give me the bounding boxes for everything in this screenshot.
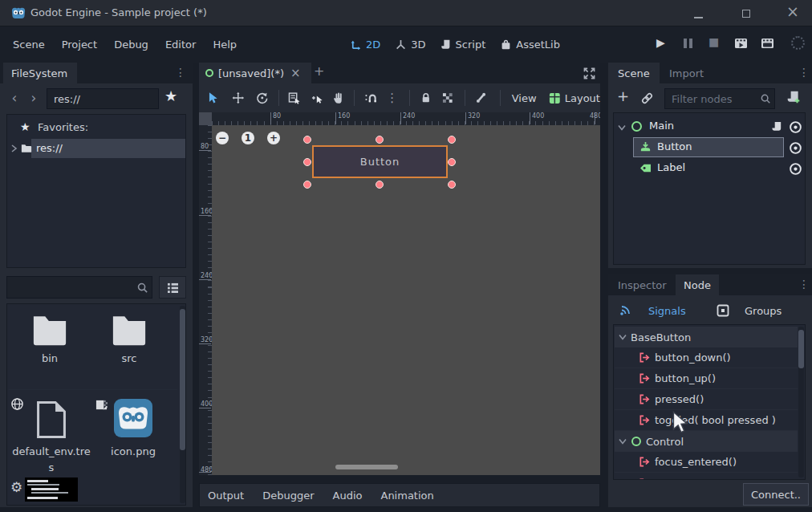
selection-handle[interactable] (448, 158, 456, 166)
play-button[interactable]: ▶ (656, 37, 665, 48)
maximize-button[interactable] (737, 6, 756, 21)
fs-scrollbar[interactable] (180, 306, 185, 503)
signal-row[interactable]: focus_entered() (615, 452, 798, 473)
tree-row-res[interactable]: res:// (7, 139, 185, 158)
file-item-icon-png[interactable]: icon.png (89, 394, 177, 457)
bottom-tab-audio[interactable]: Audio (333, 490, 363, 502)
subtab-groups[interactable]: Groups (745, 305, 782, 317)
signal-section-basebutton[interactable]: BaseButton (615, 327, 798, 347)
signal-section-control[interactable]: Control (615, 431, 798, 452)
visibility-eye-icon[interactable] (789, 162, 802, 176)
signals-scrollbar[interactable] (798, 327, 804, 477)
filesystem-menu-icon[interactable]: ⋮ (175, 66, 186, 79)
scene-dock-menu-icon[interactable]: ⋮ (798, 66, 810, 79)
play-scene-button[interactable] (734, 37, 748, 52)
distraction-free-icon[interactable] (583, 67, 595, 79)
selection-handle[interactable] (376, 136, 384, 144)
workspace-2d-button[interactable]: 2D (350, 39, 380, 51)
collapse-caret-icon[interactable] (618, 124, 626, 131)
menu-editor[interactable]: Editor (165, 39, 196, 51)
file-item-bin[interactable]: bin (14, 312, 86, 364)
attach-script-icon[interactable] (786, 90, 801, 104)
lock-tool-icon[interactable] (420, 91, 432, 104)
fs-scrollbar-thumb[interactable] (180, 309, 185, 450)
signal-row[interactable]: pressed() (615, 389, 798, 410)
bottom-tab-output[interactable]: Output (208, 490, 244, 502)
subtab-signals[interactable]: Signals (648, 305, 686, 317)
signal-row[interactable]: button_up() (615, 368, 798, 389)
layout-menu-button[interactable]: Layout (565, 92, 600, 104)
zoom-out-button[interactable]: − (216, 132, 229, 144)
file-item-default-env[interactable]: default_env.tres (7, 394, 95, 475)
signal-row[interactable]: button_down() (615, 347, 798, 368)
zoom-reset-button[interactable]: 1 (242, 132, 254, 144)
skeleton-bone-icon[interactable] (475, 91, 488, 104)
filter-nodes-input[interactable] (664, 88, 775, 109)
selection-handle[interactable] (376, 181, 384, 189)
select-tool-icon[interactable] (207, 91, 220, 104)
fs-favorite-toggle[interactable]: ★ (164, 87, 177, 104)
fs-forward-button[interactable]: › (26, 88, 42, 109)
fs-back-button[interactable]: ‹ (6, 88, 22, 109)
selection-handle[interactable] (448, 136, 456, 144)
signal-row[interactable]: toggled( bool pressed ) (615, 410, 798, 431)
fs-search-input[interactable] (6, 276, 152, 299)
pivot-tool-icon[interactable] (311, 91, 323, 104)
visibility-eye-icon[interactable] (789, 120, 802, 134)
signal-row[interactable]: focus_exited() (615, 473, 798, 480)
zoom-in-button[interactable]: + (267, 132, 280, 144)
tree-row-button[interactable]: Button (614, 137, 805, 158)
workspace-script-button[interactable]: Script (441, 39, 486, 51)
connect-button[interactable]: Connect.. (743, 483, 809, 506)
viewport-hscrollbar[interactable] (335, 465, 398, 469)
menu-project[interactable]: Project (62, 39, 97, 51)
selection-handle[interactable] (303, 158, 311, 166)
workspace-3d-button[interactable]: 3D (395, 39, 425, 51)
expand-caret-icon[interactable] (10, 144, 18, 152)
2d-viewport[interactable]: − 1 + Button (212, 125, 600, 475)
rotate-tool-icon[interactable] (256, 91, 269, 104)
pan-tool-icon[interactable] (332, 91, 345, 104)
view-menu-button[interactable]: View (512, 92, 537, 104)
selection-handle[interactable] (303, 136, 311, 144)
script-attached-icon[interactable] (771, 120, 783, 133)
tree-row-main[interactable]: Main (614, 116, 805, 137)
visibility-eye-icon[interactable] (789, 141, 802, 155)
tab-filesystem[interactable]: FileSystem (3, 63, 77, 83)
fs-view-toggle-button[interactable] (159, 276, 186, 299)
fs-path-input[interactable] (47, 88, 159, 109)
tab-scene[interactable]: Scene (608, 63, 660, 83)
instance-scene-icon[interactable] (640, 91, 654, 105)
selection-handle[interactable] (448, 181, 456, 189)
selection-handle[interactable] (303, 181, 311, 189)
close-button[interactable]: × (783, 2, 802, 21)
group-tool-icon[interactable] (441, 91, 454, 104)
tab-node[interactable]: Node (676, 274, 719, 295)
menu-help[interactable]: Help (213, 39, 237, 51)
file-item-src[interactable]: src (93, 312, 165, 364)
bottom-tab-debugger[interactable]: Debugger (262, 490, 314, 502)
add-node-button[interactable]: + (617, 89, 629, 104)
move-tool-icon[interactable] (232, 91, 245, 104)
menu-debug[interactable]: Debug (114, 39, 148, 51)
smart-snap-icon[interactable] (364, 91, 377, 104)
tab-inspector[interactable]: Inspector (618, 279, 667, 291)
favorites-row[interactable]: ★ Favorites: (7, 118, 185, 137)
tree-row-label[interactable]: Label (614, 158, 805, 179)
list-select-tool-icon[interactable] (288, 91, 301, 104)
scene-tab-unsaved[interactable]: [unsaved](*) × (199, 63, 311, 83)
signals-scrollbar-thumb[interactable] (798, 330, 804, 368)
new-scene-tab-button[interactable]: + (314, 65, 324, 78)
node-dock-menu-icon[interactable]: ⋮ (798, 278, 810, 291)
tab-close-icon[interactable]: × (290, 66, 301, 80)
stop-button[interactable]: ■ (708, 35, 719, 48)
play-custom-scene-button[interactable] (761, 37, 774, 52)
pause-button[interactable] (684, 39, 692, 48)
snap-options-icon[interactable]: ⋮ (386, 91, 398, 105)
minimize-button[interactable] (688, 6, 708, 21)
canvas-button-node[interactable]: Button (312, 145, 448, 178)
workspace-assetlib-button[interactable]: AssetLib (500, 39, 560, 51)
bottom-tab-animation[interactable]: Animation (380, 490, 433, 502)
tab-import[interactable]: Import (669, 67, 704, 79)
menu-scene[interactable]: Scene (13, 39, 45, 51)
